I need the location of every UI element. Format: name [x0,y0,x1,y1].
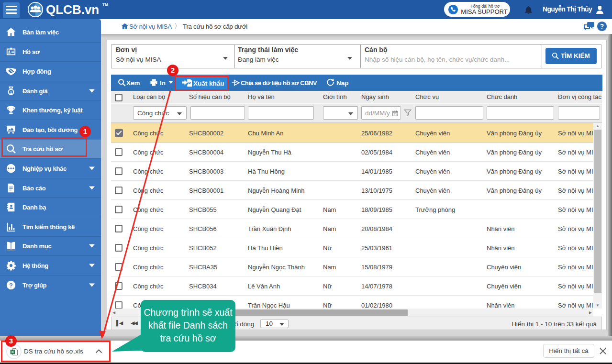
svg-text:23: 23 [394,113,397,116]
svg-text:1: 1 [10,90,12,94]
svg-text:?: ? [600,23,604,30]
svg-text:?: ? [9,281,13,288]
